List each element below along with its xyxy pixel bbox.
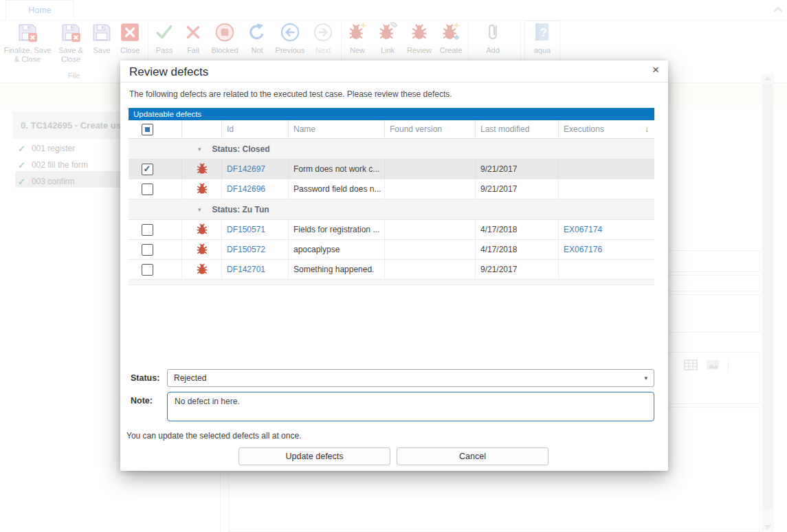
bug-icon — [196, 263, 208, 277]
table-row[interactable]: DF142697 Form does not work c... 9/21/20… — [129, 159, 654, 179]
column-header-last-modified[interactable]: Last modified — [476, 120, 559, 138]
dialog-intro-text: The following defects are related to the… — [129, 89, 452, 99]
defect-id-link[interactable]: DF142701 — [222, 260, 289, 279]
row-checkbox[interactable] — [142, 164, 153, 175]
row-checkbox[interactable] — [142, 244, 153, 256]
update-defects-button[interactable]: Update defects — [239, 447, 390, 465]
group-label: Status: Closed — [212, 144, 270, 154]
sort-descending-icon[interactable]: ↓ — [645, 124, 649, 134]
grid-footer-strip — [129, 280, 654, 285]
dialog-hint-text: You can update the selected defects all … — [126, 431, 301, 441]
column-header-id[interactable]: Id — [222, 120, 289, 138]
table-row[interactable]: DF150572 apocaplypse 4/17/2018 EX067176 — [129, 240, 654, 260]
row-checkbox[interactable] — [142, 264, 153, 276]
status-dropdown[interactable]: Rejected ▾ — [167, 369, 654, 387]
defect-name: Form does not work c... — [289, 159, 385, 179]
collapse-icon[interactable]: ▾ — [198, 206, 201, 213]
chevron-down-icon: ▾ — [644, 375, 647, 381]
execution-link[interactable]: EX067174 — [559, 220, 654, 239]
defect-name: Something happened. — [289, 260, 385, 279]
grid-caption: Updateable defects — [129, 108, 654, 120]
found-version — [385, 179, 476, 199]
last-modified: 9/21/2017 — [476, 260, 559, 279]
column-header-found-version[interactable]: Found version — [385, 120, 476, 138]
execution-link[interactable] — [559, 260, 654, 279]
group-row-closed[interactable]: ▾ Status: Closed — [129, 139, 654, 159]
bug-icon — [196, 182, 208, 197]
bug-icon — [196, 243, 208, 257]
row-checkbox[interactable] — [142, 184, 153, 195]
defect-name: Password field does n... — [289, 179, 385, 199]
note-label: Note: — [131, 396, 153, 406]
defects-grid: Updateable defects Id Name Found version… — [129, 108, 654, 285]
column-header-icon[interactable] — [182, 120, 222, 138]
last-modified: 9/21/2017 — [476, 179, 559, 199]
title-divider — [120, 82, 668, 82]
collapse-icon[interactable]: ▾ — [198, 146, 201, 153]
bug-icon — [196, 162, 208, 177]
group-row-zu-tun[interactable]: ▾ Status: Zu Tun — [129, 199, 654, 220]
app-window: Home Finalize, Save & Close Save & Close… — [0, 0, 787, 532]
cancel-button[interactable]: Cancel — [397, 447, 548, 465]
found-version — [385, 240, 476, 259]
note-input[interactable]: No defect in here. — [167, 392, 654, 421]
execution-link[interactable] — [559, 179, 654, 199]
execution-link[interactable] — [559, 159, 654, 179]
column-header-executions[interactable]: Executions ↓ — [559, 120, 654, 138]
found-version — [385, 220, 476, 239]
table-row[interactable]: DF142696 Password field does n... 9/21/2… — [129, 179, 654, 199]
grid-header-row: Id Name Found version Last modified Exec… — [129, 120, 654, 139]
defect-id-link[interactable]: DF150572 — [222, 240, 289, 259]
review-defects-dialog: Review defects × The following defects a… — [120, 60, 668, 471]
status-value: Rejected — [174, 373, 206, 383]
defect-name: apocaplypse — [289, 240, 385, 259]
defect-id-link[interactable]: DF150571 — [222, 220, 289, 239]
found-version — [385, 159, 476, 179]
table-row[interactable]: DF142701 Something happened. 9/21/2017 — [129, 260, 654, 280]
column-header-name[interactable]: Name — [289, 120, 385, 138]
last-modified: 4/17/2018 — [476, 240, 559, 259]
dialog-title: Review defects — [129, 65, 208, 79]
found-version — [385, 260, 476, 279]
last-modified: 4/17/2018 — [476, 220, 559, 239]
close-icon[interactable]: × — [652, 63, 659, 77]
group-label: Status: Zu Tun — [212, 205, 269, 214]
bug-icon — [196, 223, 208, 237]
defect-id-link[interactable]: DF142696 — [222, 179, 289, 199]
defect-name: Fields for registration ... — [289, 220, 385, 239]
status-label: Status: — [131, 373, 159, 383]
defect-id-link[interactable]: DF142697 — [222, 159, 289, 179]
row-checkbox[interactable] — [142, 224, 153, 236]
table-row[interactable]: DF150571 Fields for registration ... 4/1… — [129, 220, 654, 240]
execution-link[interactable]: EX067176 — [559, 240, 654, 259]
select-all-checkbox[interactable] — [142, 124, 153, 135]
last-modified: 9/21/2017 — [476, 159, 559, 179]
